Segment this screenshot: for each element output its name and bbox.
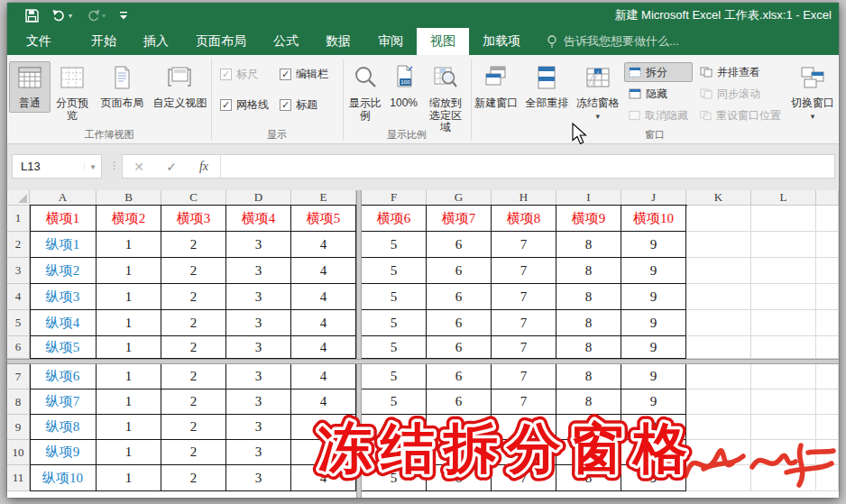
cell-B4[interactable]: 1 [97, 284, 161, 310]
undo-button[interactable]: ▾ [52, 9, 72, 22]
enter-icon[interactable]: ✓ [155, 160, 188, 174]
cell-E2[interactable]: 4 [291, 232, 356, 258]
cell-A11[interactable]: 纵项10 [30, 465, 97, 491]
cell-C6[interactable]: 2 [161, 336, 226, 359]
arrange-all-button[interactable]: 全部重排 [522, 61, 571, 113]
cell-B3[interactable]: 1 [97, 258, 161, 284]
cell-D6[interactable]: 3 [226, 336, 291, 359]
cell-B7[interactable]: 1 [97, 364, 161, 389]
cell-A7[interactable]: 纵项6 [30, 364, 97, 389]
column-header-partial[interactable] [816, 190, 839, 206]
cell-K7[interactable] [686, 364, 751, 389]
page-break-preview-button[interactable]: 分页预览 [51, 61, 94, 124]
cell-M8[interactable] [816, 389, 839, 415]
row-header-9[interactable]: 9 [7, 415, 30, 440]
cell-I5[interactable]: 8 [556, 310, 621, 336]
cancel-icon[interactable]: ✕ [123, 160, 155, 174]
cell-A8[interactable]: 纵项7 [30, 389, 97, 415]
cell-B11[interactable]: 1 [97, 465, 161, 491]
row-header-7[interactable]: 7 [7, 364, 30, 389]
cell-F8[interactable]: 5 [362, 389, 427, 415]
row-header-11[interactable]: 11 [7, 465, 30, 491]
cell-H4[interactable]: 7 [492, 284, 556, 310]
cell-A2[interactable]: 纵项1 [30, 232, 97, 258]
cell-H3[interactable]: 7 [492, 258, 556, 284]
cell-G4[interactable]: 6 [427, 284, 492, 310]
column-header-H[interactable]: H [492, 190, 556, 206]
column-header-A[interactable]: A [30, 190, 97, 206]
cell-A1[interactable]: 横项1 [30, 206, 97, 232]
cell-M5[interactable] [816, 310, 839, 336]
tab-insert[interactable]: 插入 [130, 28, 182, 55]
cell-G7[interactable]: 6 [427, 364, 492, 389]
cell-B6[interactable]: 1 [97, 336, 161, 359]
cell-K2[interactable] [686, 232, 751, 258]
cell-L8[interactable] [751, 389, 816, 415]
cell-E7[interactable]: 4 [291, 364, 356, 389]
cell-E5[interactable]: 4 [291, 310, 356, 336]
gridlines-checkbox[interactable]: ✓ 网格线 [220, 97, 280, 113]
normal-view-button[interactable]: 普通 [9, 61, 51, 113]
cell-H2[interactable]: 7 [492, 232, 556, 258]
cell-I4[interactable]: 8 [556, 284, 621, 310]
column-header-G[interactable]: G [427, 190, 492, 206]
cell-J8[interactable]: 9 [621, 389, 686, 415]
cell-G1[interactable]: 横项7 [427, 206, 492, 232]
redo-dropdown-icon[interactable]: ▾ [102, 12, 106, 20]
switch-windows-button[interactable]: 切换窗口 ▾ [788, 61, 837, 124]
cell-I3[interactable]: 8 [556, 258, 621, 284]
cell-J3[interactable]: 9 [621, 258, 686, 284]
cell-H8[interactable]: 7 [492, 389, 556, 415]
cell-F4[interactable]: 5 [362, 284, 427, 310]
cell-A10[interactable]: 纵项9 [30, 440, 97, 465]
cell-M4[interactable] [816, 284, 839, 310]
cell-B10[interactable]: 1 [97, 440, 161, 465]
cell-K3[interactable] [686, 258, 751, 284]
cell-M2[interactable] [816, 232, 839, 258]
formula-bar-checkbox[interactable]: ✓ 编辑栏 [280, 67, 343, 82]
column-header-J[interactable]: J [621, 190, 686, 206]
cell-L4[interactable] [751, 284, 816, 310]
row-header-1[interactable]: 1 [7, 206, 30, 232]
new-window-button[interactable]: 新建窗口 [473, 61, 520, 113]
cell-K8[interactable] [686, 389, 751, 415]
cell-I7[interactable]: 8 [556, 364, 621, 389]
undo-dropdown-icon[interactable]: ▾ [69, 12, 72, 20]
split-button[interactable]: 拆分 [624, 62, 693, 82]
cell-D4[interactable]: 3 [226, 284, 291, 310]
cell-C1[interactable]: 横项3 [161, 206, 226, 232]
cell-F7[interactable]: 5 [362, 364, 427, 389]
freeze-panes-button[interactable]: 冻结窗格 ▾ [575, 61, 621, 124]
cell-L2[interactable] [751, 232, 816, 258]
cell-G5[interactable]: 6 [427, 310, 492, 336]
save-icon[interactable] [25, 9, 39, 23]
cell-D8[interactable]: 3 [226, 389, 291, 415]
cell-F6[interactable]: 5 [362, 336, 427, 359]
cell-J5[interactable]: 9 [621, 310, 686, 336]
cell-C5[interactable]: 2 [161, 310, 226, 336]
cell-C8[interactable]: 2 [161, 389, 226, 415]
custom-views-button[interactable]: 自定义视图 [151, 61, 209, 113]
cell-L5[interactable] [751, 310, 816, 336]
cell-F1[interactable]: 横项6 [362, 206, 427, 232]
name-box-dropdown-icon[interactable]: ▾ [84, 162, 101, 171]
cell-G6[interactable]: 6 [427, 336, 492, 359]
cell-B9[interactable]: 1 [97, 415, 161, 440]
tab-review[interactable]: 审阅 [364, 28, 417, 55]
cell-J7[interactable]: 9 [621, 364, 686, 389]
cell-F3[interactable]: 5 [362, 258, 427, 284]
cell-L6[interactable] [751, 336, 816, 359]
row-header-5[interactable]: 5 [7, 310, 30, 336]
column-header-I[interactable]: I [556, 190, 621, 206]
tab-file[interactable]: 文件 [11, 28, 67, 55]
tab-view[interactable]: 视图 [417, 28, 469, 55]
cell-E3[interactable]: 4 [291, 258, 356, 284]
zoom-to-selection-button[interactable]: 缩放到选定区域 [422, 61, 469, 137]
cell-M3[interactable] [816, 258, 839, 284]
cell-B5[interactable]: 1 [97, 310, 161, 336]
cell-F5[interactable]: 5 [362, 310, 427, 336]
cell-M1[interactable] [816, 206, 839, 232]
cell-I6[interactable]: 8 [556, 336, 621, 359]
zoom-100-button[interactable]: 100 100% [388, 61, 419, 113]
cell-C9[interactable]: 2 [161, 415, 226, 440]
